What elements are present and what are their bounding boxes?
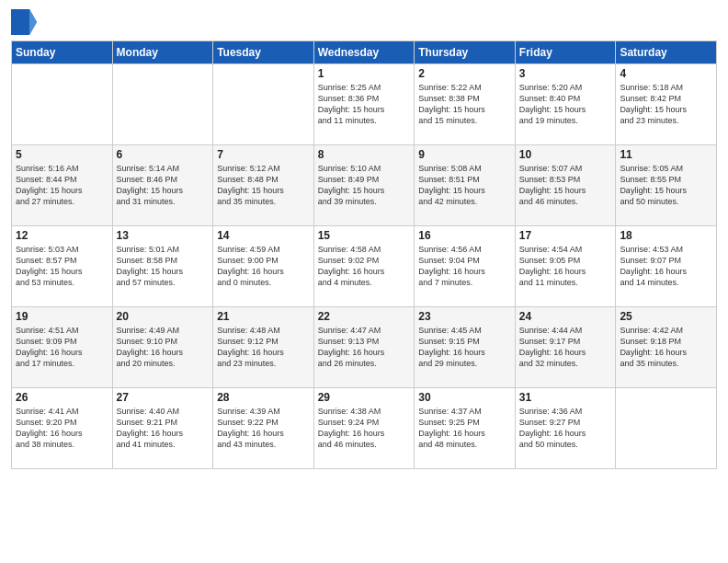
day-info: Sunrise: 5:18 AM Sunset: 8:42 PM Dayligh… (620, 82, 712, 127)
day-number: 6 (117, 148, 210, 161)
day-number: 22 (318, 310, 411, 323)
day-info: Sunrise: 5:20 AM Sunset: 8:40 PM Dayligh… (519, 82, 612, 127)
calendar-week-3: 12Sunrise: 5:03 AM Sunset: 8:57 PM Dayli… (12, 226, 717, 307)
day-info: Sunrise: 5:12 AM Sunset: 8:48 PM Dayligh… (217, 163, 310, 208)
day-number: 18 (620, 229, 712, 242)
day-number: 16 (418, 229, 511, 242)
calendar-cell: 10Sunrise: 5:07 AM Sunset: 8:53 PM Dayli… (515, 145, 616, 226)
day-number: 1 (318, 67, 411, 80)
day-info: Sunrise: 4:51 AM Sunset: 9:09 PM Dayligh… (16, 325, 108, 370)
svg-marker-1 (29, 9, 37, 35)
day-number: 15 (318, 229, 411, 242)
day-info: Sunrise: 5:03 AM Sunset: 8:57 PM Dayligh… (16, 244, 108, 289)
day-info: Sunrise: 5:22 AM Sunset: 8:38 PM Dayligh… (418, 82, 511, 127)
day-number: 20 (117, 310, 210, 323)
calendar-cell: 28Sunrise: 4:39 AM Sunset: 9:22 PM Dayli… (213, 388, 314, 469)
day-number: 21 (217, 310, 310, 323)
day-info: Sunrise: 5:25 AM Sunset: 8:36 PM Dayligh… (318, 82, 411, 127)
calendar-cell: 20Sunrise: 4:49 AM Sunset: 9:10 PM Dayli… (112, 307, 213, 388)
day-info: Sunrise: 4:41 AM Sunset: 9:20 PM Dayligh… (16, 406, 108, 451)
day-number: 30 (418, 391, 511, 404)
day-info: Sunrise: 4:42 AM Sunset: 9:18 PM Dayligh… (620, 325, 712, 370)
day-number: 28 (217, 391, 310, 404)
day-number: 10 (519, 148, 612, 161)
day-info: Sunrise: 4:47 AM Sunset: 9:13 PM Dayligh… (318, 325, 411, 370)
calendar-week-1: 1Sunrise: 5:25 AM Sunset: 8:36 PM Daylig… (12, 64, 717, 145)
weekday-friday: Friday (515, 41, 616, 64)
day-number: 3 (519, 67, 612, 80)
calendar-cell (616, 388, 717, 469)
day-info: Sunrise: 5:14 AM Sunset: 8:46 PM Dayligh… (117, 163, 210, 208)
day-info: Sunrise: 4:39 AM Sunset: 9:22 PM Dayligh… (217, 406, 310, 451)
day-number: 12 (16, 229, 108, 242)
day-number: 25 (620, 310, 712, 323)
day-number: 19 (16, 310, 108, 323)
calendar-cell: 16Sunrise: 4:56 AM Sunset: 9:04 PM Dayli… (415, 226, 516, 307)
calendar-cell (112, 64, 213, 145)
calendar-cell: 22Sunrise: 4:47 AM Sunset: 9:13 PM Dayli… (313, 307, 415, 388)
calendar-cell: 27Sunrise: 4:40 AM Sunset: 9:21 PM Dayli… (112, 388, 213, 469)
calendar-cell: 25Sunrise: 4:42 AM Sunset: 9:18 PM Dayli… (616, 307, 717, 388)
day-info: Sunrise: 5:08 AM Sunset: 8:51 PM Dayligh… (418, 163, 511, 208)
day-info: Sunrise: 5:10 AM Sunset: 8:49 PM Dayligh… (318, 163, 411, 208)
calendar-cell (213, 64, 314, 145)
weekday-saturday: Saturday (616, 41, 717, 64)
day-info: Sunrise: 4:48 AM Sunset: 9:12 PM Dayligh… (217, 325, 310, 370)
calendar-week-4: 19Sunrise: 4:51 AM Sunset: 9:09 PM Dayli… (12, 307, 717, 388)
calendar-cell: 21Sunrise: 4:48 AM Sunset: 9:12 PM Dayli… (213, 307, 314, 388)
calendar-cell: 17Sunrise: 4:54 AM Sunset: 9:05 PM Dayli… (515, 226, 616, 307)
day-info: Sunrise: 4:59 AM Sunset: 9:00 PM Dayligh… (217, 244, 310, 289)
day-info: Sunrise: 4:53 AM Sunset: 9:07 PM Dayligh… (620, 244, 712, 289)
day-info: Sunrise: 4:45 AM Sunset: 9:15 PM Dayligh… (418, 325, 511, 370)
weekday-monday: Monday (112, 41, 213, 64)
day-info: Sunrise: 5:05 AM Sunset: 8:55 PM Dayligh… (620, 163, 712, 208)
calendar-cell: 4Sunrise: 5:18 AM Sunset: 8:42 PM Daylig… (616, 64, 717, 145)
day-info: Sunrise: 4:58 AM Sunset: 9:02 PM Dayligh… (318, 244, 411, 289)
day-number: 13 (117, 229, 210, 242)
calendar-week-5: 26Sunrise: 4:41 AM Sunset: 9:20 PM Dayli… (12, 388, 717, 469)
day-info: Sunrise: 4:38 AM Sunset: 9:24 PM Dayligh… (318, 406, 411, 451)
day-number: 9 (418, 148, 511, 161)
calendar-cell: 9Sunrise: 5:08 AM Sunset: 8:51 PM Daylig… (415, 145, 516, 226)
weekday-thursday: Thursday (415, 41, 516, 64)
weekday-wednesday: Wednesday (313, 41, 415, 64)
calendar-cell: 1Sunrise: 5:25 AM Sunset: 8:36 PM Daylig… (313, 64, 415, 145)
calendar-cell: 13Sunrise: 5:01 AM Sunset: 8:58 PM Dayli… (112, 226, 213, 307)
calendar-cell: 2Sunrise: 5:22 AM Sunset: 8:38 PM Daylig… (415, 64, 516, 145)
day-info: Sunrise: 4:54 AM Sunset: 9:05 PM Dayligh… (519, 244, 612, 289)
day-number: 29 (318, 391, 411, 404)
calendar-cell: 5Sunrise: 5:16 AM Sunset: 8:44 PM Daylig… (12, 145, 113, 226)
day-number: 14 (217, 229, 310, 242)
day-number: 17 (519, 229, 612, 242)
day-info: Sunrise: 4:37 AM Sunset: 9:25 PM Dayligh… (418, 406, 511, 451)
day-info: Sunrise: 4:56 AM Sunset: 9:04 PM Dayligh… (418, 244, 511, 289)
calendar-cell: 29Sunrise: 4:38 AM Sunset: 9:24 PM Dayli… (313, 388, 415, 469)
day-number: 26 (16, 391, 108, 404)
day-number: 5 (16, 148, 108, 161)
day-info: Sunrise: 5:01 AM Sunset: 8:58 PM Dayligh… (117, 244, 210, 289)
weekday-sunday: Sunday (12, 41, 113, 64)
calendar-cell: 15Sunrise: 4:58 AM Sunset: 9:02 PM Dayli… (313, 226, 415, 307)
calendar-cell: 12Sunrise: 5:03 AM Sunset: 8:57 PM Dayli… (12, 226, 113, 307)
weekday-header-row: SundayMondayTuesdayWednesdayThursdayFrid… (12, 41, 717, 64)
logo (11, 9, 40, 35)
calendar-cell: 8Sunrise: 5:10 AM Sunset: 8:49 PM Daylig… (313, 145, 415, 226)
calendar-week-2: 5Sunrise: 5:16 AM Sunset: 8:44 PM Daylig… (12, 145, 717, 226)
header (11, 9, 717, 35)
day-number: 2 (418, 67, 511, 80)
calendar-cell: 14Sunrise: 4:59 AM Sunset: 9:00 PM Dayli… (213, 226, 314, 307)
calendar-cell: 7Sunrise: 5:12 AM Sunset: 8:48 PM Daylig… (213, 145, 314, 226)
calendar-cell: 30Sunrise: 4:37 AM Sunset: 9:25 PM Dayli… (415, 388, 516, 469)
weekday-tuesday: Tuesday (213, 41, 314, 64)
day-info: Sunrise: 5:16 AM Sunset: 8:44 PM Dayligh… (16, 163, 108, 208)
day-number: 24 (519, 310, 612, 323)
calendar-cell: 18Sunrise: 4:53 AM Sunset: 9:07 PM Dayli… (616, 226, 717, 307)
calendar-table: SundayMondayTuesdayWednesdayThursdayFrid… (11, 40, 717, 469)
calendar-cell: 26Sunrise: 4:41 AM Sunset: 9:20 PM Dayli… (12, 388, 113, 469)
day-info: Sunrise: 4:44 AM Sunset: 9:17 PM Dayligh… (519, 325, 612, 370)
day-info: Sunrise: 5:07 AM Sunset: 8:53 PM Dayligh… (519, 163, 612, 208)
day-number: 4 (620, 67, 712, 80)
logo-icon (11, 9, 37, 35)
day-number: 7 (217, 148, 310, 161)
day-number: 23 (418, 310, 511, 323)
